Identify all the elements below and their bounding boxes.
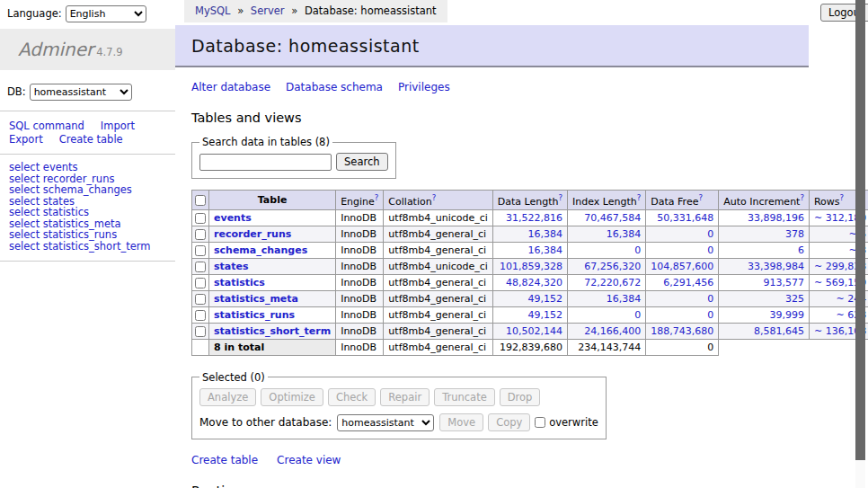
copy-button[interactable]: Copy xyxy=(488,413,530,431)
breadcrumb-link-server[interactable]: Server xyxy=(251,4,285,17)
row-checkbox[interactable] xyxy=(195,262,206,272)
sidebar-select-statistics_runs[interactable]: select statistics_runs xyxy=(9,229,168,241)
table-link-statistics_runs[interactable]: statistics_runs xyxy=(214,309,295,321)
data-free-cell[interactable]: 104,857,600 xyxy=(646,258,719,274)
auto-increment-cell[interactable]: 39,999 xyxy=(719,306,810,323)
sidebar-action-export[interactable]: Export xyxy=(9,133,43,146)
table-link-statistics_meta[interactable]: statistics_meta xyxy=(214,293,298,305)
db-select[interactable]: homeassistant xyxy=(30,84,132,101)
table-link-recorder_runs[interactable]: recorder_runs xyxy=(214,228,291,240)
row-checkbox[interactable] xyxy=(195,229,206,240)
scrollbar-thumb[interactable] xyxy=(855,0,865,460)
drop-button[interactable]: Drop xyxy=(500,388,541,406)
data-free-cell[interactable]: 0 xyxy=(646,290,719,306)
data-free-cell[interactable]: 0 xyxy=(646,306,719,323)
auto-increment-cell[interactable]: 913,577 xyxy=(719,274,810,290)
engine-cell: InnoDB xyxy=(336,306,384,323)
collation-cell: utf8mb4_unicode_ci xyxy=(384,258,492,274)
analyze-button[interactable]: Analyze xyxy=(199,388,256,406)
database-nav-links: Alter databaseDatabase schemaPrivileges xyxy=(191,81,855,93)
data-free-cell[interactable]: 0 xyxy=(646,242,719,258)
row-checkbox[interactable] xyxy=(195,213,206,224)
auto-increment-cell[interactable]: 33,398,984 xyxy=(719,258,810,274)
move-button[interactable]: Move xyxy=(439,413,483,431)
index-length-cell[interactable]: 70,467,584 xyxy=(568,209,646,226)
breadcrumb-link-mysql[interactable]: MySQL xyxy=(195,4,231,17)
create-table-link[interactable]: Create table xyxy=(191,454,258,466)
sidebar-select-events[interactable]: select events xyxy=(9,162,168,173)
data-length-cell[interactable]: 48,824,320 xyxy=(492,274,567,290)
overwrite-checkbox[interactable] xyxy=(535,417,545,428)
sidebar-select-statistics[interactable]: select statistics xyxy=(9,207,168,218)
data-length-cell[interactable]: 16,384 xyxy=(492,242,567,258)
data-length-cell[interactable]: 16,384 xyxy=(492,226,567,242)
data-length-cell[interactable]: 49,152 xyxy=(492,290,567,306)
data-free-cell[interactable]: 50,331,648 xyxy=(646,209,719,226)
auto-increment-cell[interactable]: 33,898,196 xyxy=(719,209,810,226)
total-text-cell: InnoDB xyxy=(336,339,384,355)
nav-privileges[interactable]: Privileges xyxy=(398,81,450,93)
auto-increment-cell[interactable]: 8,581,645 xyxy=(719,323,810,339)
data-length-cell[interactable]: 31,522,816 xyxy=(492,209,567,226)
index-length-cell[interactable]: 16,384 xyxy=(568,290,646,306)
row-checkbox[interactable] xyxy=(195,310,206,321)
nav-alter-database[interactable]: Alter database xyxy=(191,81,270,93)
data-length-cell[interactable]: 49,152 xyxy=(492,306,567,323)
row-checkbox[interactable] xyxy=(195,326,206,337)
select-all-checkbox[interactable] xyxy=(195,195,206,206)
table-link-schema_changes[interactable]: schema_changes xyxy=(214,244,307,256)
table-row: statistics_short_termInnoDButf8mb4_gener… xyxy=(192,323,868,339)
data-length-cell[interactable]: 101,859,328 xyxy=(492,258,567,274)
check-button[interactable]: Check xyxy=(328,388,376,406)
index-length-cell[interactable]: 0 xyxy=(568,306,646,323)
auto-increment-cell[interactable]: 325 xyxy=(719,290,810,306)
index-length-cell[interactable]: 16,384 xyxy=(568,226,646,242)
sidebar-action-create-table[interactable]: Create table xyxy=(59,133,123,146)
vertical-scrollbar[interactable] xyxy=(855,0,865,488)
data-free-cell[interactable]: 6,291,456 xyxy=(646,274,719,290)
row-checkbox[interactable] xyxy=(195,294,206,305)
column-help-link[interactable]: ? xyxy=(840,193,845,202)
row-checkbox[interactable] xyxy=(195,278,206,288)
table-link-states[interactable]: states xyxy=(214,261,249,272)
app-title-link[interactable]: Adminer xyxy=(18,39,93,60)
column-help-link[interactable]: ? xyxy=(800,193,804,202)
optimize-button[interactable]: Optimize xyxy=(261,388,323,406)
auto-increment-cell[interactable]: 6 xyxy=(719,242,810,258)
data-length-cell[interactable]: 10,502,144 xyxy=(492,323,567,339)
index-length-cell[interactable]: 24,166,400 xyxy=(568,323,646,339)
row-checkbox[interactable] xyxy=(195,245,206,256)
index-length-cell[interactable]: 72,220,672 xyxy=(568,274,646,290)
search-button[interactable]: Search xyxy=(336,153,388,171)
sidebar-action-import[interactable]: Import xyxy=(101,120,135,132)
index-length-cell[interactable]: 0 xyxy=(568,242,646,258)
table-link-statistics_short_term[interactable]: statistics_short_term xyxy=(214,325,331,337)
repair-button[interactable]: Repair xyxy=(380,388,430,406)
search-input[interactable] xyxy=(199,154,332,171)
breadcrumb-separator: » xyxy=(288,4,301,17)
table-link-statistics[interactable]: statistics xyxy=(214,277,265,288)
collation-cell: utf8mb4_general_ci xyxy=(384,226,492,242)
auto-increment-cell[interactable]: 378 xyxy=(719,226,810,242)
search-fieldset: Search data in tables (8) Search xyxy=(191,136,396,179)
sidebar-select-statistics_short_term[interactable]: select statistics_short_term xyxy=(9,241,168,253)
column-help-link[interactable]: ? xyxy=(432,193,437,202)
column-help-link[interactable]: ? xyxy=(559,193,563,202)
nav-database-schema[interactable]: Database schema xyxy=(286,81,383,93)
table-link-events[interactable]: events xyxy=(214,212,252,224)
sidebar-action-sql-command[interactable]: SQL command xyxy=(9,120,84,132)
column-help-link[interactable]: ? xyxy=(698,193,703,202)
column-help-link[interactable]: ? xyxy=(375,193,379,202)
breadcrumb-separator: » xyxy=(235,4,247,17)
language-select[interactable]: English xyxy=(66,5,146,22)
sidebar-select-schema_changes[interactable]: select schema_changes xyxy=(9,184,168,196)
collation-cell: utf8mb4_general_ci xyxy=(384,306,492,323)
move-database-select[interactable]: homeassistant xyxy=(337,414,434,431)
index-length-cell[interactable]: 67,256,320 xyxy=(568,258,646,274)
truncate-button[interactable]: Truncate xyxy=(434,388,495,406)
data-free-cell[interactable]: 188,743,680 xyxy=(646,323,719,339)
column-help-link[interactable]: ? xyxy=(637,193,642,202)
create-view-link[interactable]: Create view xyxy=(277,454,341,466)
overwrite-label[interactable]: overwrite xyxy=(549,416,598,429)
data-free-cell[interactable]: 0 xyxy=(646,226,719,242)
